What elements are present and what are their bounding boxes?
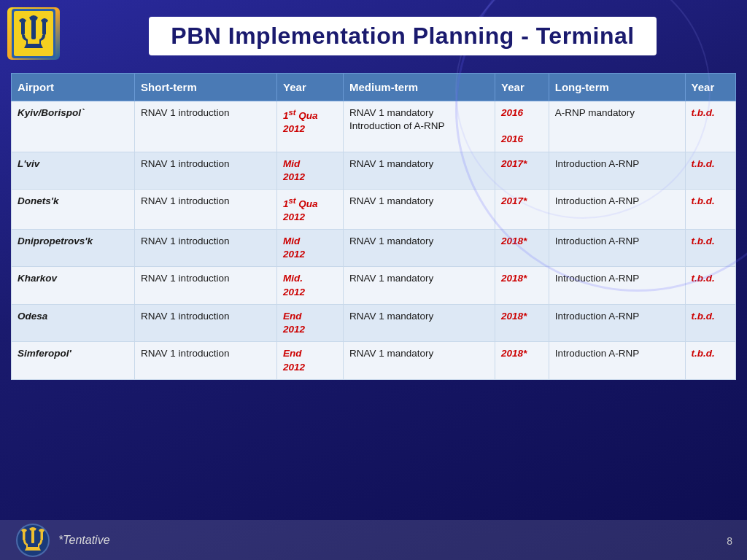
cell-year-long: t.b.d.	[685, 342, 735, 379]
col-airport: Airport	[12, 74, 135, 101]
cell-year-long: t.b.d.	[685, 267, 735, 304]
col-year-medium: Year	[495, 74, 549, 101]
table-row: KharkovRNAV 1 introductionMid.2012RNAV 1…	[12, 267, 736, 304]
cell-long-term: Introduction A-RNP	[549, 267, 685, 304]
cell-airport: Kharkov	[12, 267, 135, 304]
cell-year-short: 1st Qua2012	[277, 101, 344, 152]
cell-year-long: t.b.d.	[685, 152, 735, 189]
header: PBN Implementation Planning - Terminal	[0, 0, 747, 69]
footer-logo	[15, 522, 51, 559]
svg-rect-2	[31, 18, 36, 39]
footer: *Tentative 8	[0, 520, 747, 560]
col-short-term: Short-term	[135, 74, 277, 101]
cell-year-medium: 2018*	[495, 230, 549, 267]
cell-long-term: Introduction A-RNP	[549, 190, 685, 230]
cell-short-term: RNAV 1 introduction	[135, 190, 277, 230]
ukraine-logo	[7, 7, 60, 60]
tentative-note: *Tentative	[58, 534, 110, 547]
cell-year-short: Mid.2012	[277, 267, 344, 304]
cell-long-term: A-RNP mandatory	[549, 101, 685, 152]
table-row: Simferopol'RNAV 1 introductionEnd2012RNA…	[12, 342, 736, 379]
cell-year-long: t.b.d.	[685, 101, 735, 152]
cell-year-medium: 2018*	[495, 342, 549, 379]
cell-short-term: RNAV 1 introduction	[135, 101, 277, 152]
cell-long-term: Introduction A-RNP	[549, 304, 685, 341]
cell-airport: Dnipropetrovs'k	[12, 230, 135, 267]
cell-year-long: t.b.d.	[685, 230, 735, 267]
table-header-row: Airport Short-term Year Medium-term Year…	[12, 74, 736, 101]
cell-airport: Donets'k	[12, 190, 135, 230]
cell-year-medium: 2017*	[495, 152, 549, 189]
content-area: Airport Short-term Year Medium-term Year…	[11, 73, 736, 380]
col-medium-term: Medium-term	[344, 74, 495, 101]
cell-year-long: t.b.d.	[685, 304, 735, 341]
table-row: Dnipropetrovs'kRNAV 1 introductionMid201…	[12, 230, 736, 267]
cell-medium-term: RNAV 1 mandatory	[344, 230, 495, 267]
title-area: PBN Implementation Planning - Terminal	[73, 17, 732, 55]
cell-year-medium: 20162016	[495, 101, 549, 152]
cell-year-medium: 2017*	[495, 190, 549, 230]
cell-airport: Kyiv/Borispol`	[12, 101, 135, 152]
cell-year-short: End2012	[277, 304, 344, 341]
col-long-term: Long-term	[549, 74, 685, 101]
slide: PBN Implementation Planning - Terminal A…	[0, 0, 747, 560]
cell-year-short: 1st Qua2012	[277, 190, 344, 230]
col-year-long: Year	[685, 74, 735, 101]
table-row: L'vivRNAV 1 introductionMid2012RNAV 1 ma…	[12, 152, 736, 189]
cell-year-medium: 2018*	[495, 304, 549, 341]
table-row: Kyiv/Borispol`RNAV 1 introduction1st Qua…	[12, 101, 736, 152]
cell-year-short: End2012	[277, 342, 344, 379]
cell-medium-term: RNAV 1 mandatory	[344, 304, 495, 341]
cell-long-term: Introduction A-RNP	[549, 230, 685, 267]
svg-rect-3	[21, 20, 25, 35]
cell-year-long: t.b.d.	[685, 190, 735, 230]
cell-airport: Simferopol'	[12, 342, 135, 379]
svg-rect-4	[42, 20, 46, 35]
cell-long-term: Introduction A-RNP	[549, 152, 685, 189]
cell-year-short: Mid2012	[277, 152, 344, 189]
cell-short-term: RNAV 1 introduction	[135, 152, 277, 189]
svg-rect-8	[41, 530, 44, 540]
svg-rect-7	[23, 530, 26, 540]
cell-short-term: RNAV 1 introduction	[135, 342, 277, 379]
logo-area	[7, 7, 66, 66]
cell-medium-term: RNAV 1 mandatoryIntroduction of A-RNP	[344, 101, 495, 152]
cell-airport: Odesa	[12, 304, 135, 341]
col-year-short: Year	[277, 74, 344, 101]
cell-airport: L'viv	[12, 152, 135, 189]
cell-long-term: Introduction A-RNP	[549, 342, 685, 379]
svg-rect-6	[31, 529, 34, 543]
page-number: 8	[727, 535, 732, 547]
table-row: Donets'kRNAV 1 introduction1st Qua2012RN…	[12, 190, 736, 230]
implementation-table: Airport Short-term Year Medium-term Year…	[11, 73, 736, 380]
cell-short-term: RNAV 1 introduction	[135, 304, 277, 341]
cell-year-medium: 2018*	[495, 267, 549, 304]
cell-short-term: RNAV 1 introduction	[135, 267, 277, 304]
cell-year-short: Mid2012	[277, 230, 344, 267]
table-row: OdesaRNAV 1 introductionEnd2012RNAV 1 ma…	[12, 304, 736, 341]
cell-medium-term: RNAV 1 mandatory	[344, 152, 495, 189]
slide-title: PBN Implementation Planning - Terminal	[149, 17, 656, 55]
cell-medium-term: RNAV 1 mandatory	[344, 190, 495, 230]
cell-short-term: RNAV 1 introduction	[135, 230, 277, 267]
cell-medium-term: RNAV 1 mandatory	[344, 342, 495, 379]
cell-medium-term: RNAV 1 mandatory	[344, 267, 495, 304]
